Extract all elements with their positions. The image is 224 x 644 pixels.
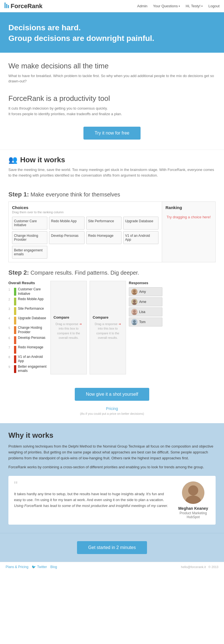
footer-left: Plans & Pricing 🐦 Twitter Blog [6, 565, 57, 569]
productivity-section: ForceRank is a productivity tool It cuts… [0, 90, 224, 120]
svg-rect-0 [4, 3, 6, 8]
twitter-icon: 🐦 [32, 565, 36, 569]
response-name: Tom [139, 320, 146, 324]
decisions-body: What to have for breakfast. Which proble… [8, 73, 216, 84]
now-shot-wrapper: Now give it a shot yourself [0, 380, 224, 403]
overall-results-panel: Overall Results 1 Customer Care Initiati… [8, 281, 48, 374]
ranking-panel: Ranking Try dragging a choice here! [162, 202, 215, 262]
admin-link[interactable]: Admin [137, 4, 148, 8]
result-bar [14, 326, 16, 334]
dropdown-caret-user: ▾ [201, 5, 203, 8]
try-now-button[interactable]: Try it now for free [83, 127, 141, 140]
how-title-row: 👥 How it works [8, 156, 216, 164]
blog-link[interactable]: Blog [50, 565, 57, 569]
result-row: 8 V1 of an Android App [8, 355, 48, 363]
testimonial-company: HubSpot [176, 515, 210, 519]
step2-grid: Overall Results 1 Customer Care Initiati… [8, 281, 216, 374]
quote-mark: " [14, 481, 172, 490]
step2-inner: Step 2: Compare results. Find patterns. … [0, 269, 224, 374]
logout-link[interactable]: Logout [208, 4, 220, 8]
hero-heading: Decisions are hard. Group decisions are … [8, 22, 216, 44]
testimonial-photo [182, 481, 204, 504]
testimonial-name: Meghan Keaney [176, 506, 210, 511]
choice-item[interactable]: Redo Homepage [86, 231, 122, 244]
step1-wrapper: Step 1: Make everyone think for themselv… [0, 191, 224, 262]
result-bar [14, 346, 16, 354]
choice-item[interactable]: V1 of an Android App [123, 231, 158, 244]
brand[interactable]: ForceRank [4, 3, 43, 10]
result-row: 6 Develop Personas [8, 336, 48, 344]
nav-links: Admin Your Questions ▾ Hi, Testy! ▾ Logo… [137, 4, 220, 8]
pricing-subtitle: (As if you could put a price on better d… [0, 412, 224, 423]
dropdown-caret: ▾ [179, 5, 180, 8]
svg-rect-1 [6, 4, 7, 8]
avatar-tom [131, 319, 137, 325]
result-row: 4 Upgrade Database [8, 316, 48, 325]
result-bar [14, 288, 16, 296]
result-bar [14, 307, 16, 315]
choice-item[interactable]: Develop Personas [49, 231, 84, 244]
result-row: 7 Redo Homepage [8, 345, 48, 354]
plans-pricing-link[interactable]: Plans & Pricing [6, 565, 28, 569]
pricing-link[interactable]: Pricing [106, 406, 118, 411]
choices-heading: Choices [12, 205, 158, 210]
response-item-tom[interactable]: Tom [129, 318, 162, 326]
result-row: 1 Customer Care Initiative [8, 287, 48, 296]
choice-item[interactable]: Upgrade Database [123, 217, 158, 230]
avatar-arne [131, 299, 137, 305]
response-item-amy[interactable]: Amy [129, 287, 162, 296]
navbar: ForceRank Admin Your Questions ▾ Hi, Tes… [0, 0, 224, 12]
response-item-lisa[interactable]: Lisa [129, 307, 162, 316]
choice-item[interactable]: Change Hosting Provider [12, 231, 47, 244]
compare-heading-1: Compare [53, 315, 84, 319]
result-bar [14, 336, 16, 344]
testimonial-card: " It takes hardly any time to setup, but… [8, 476, 216, 525]
result-bar [14, 298, 16, 305]
compare-2-text: Drag a response ➜ into this box to compa… [93, 322, 123, 340]
compare-1-text: Drag a response ➜ into this box to compa… [53, 322, 84, 340]
choice-item[interactable]: Site Performance [86, 217, 122, 230]
response-item-arne[interactable]: Arne [129, 297, 162, 306]
testimonial-person: Meghan Keaney Product Marketing HubSpot [176, 481, 210, 519]
hero-section: Decisions are hard. Group decisions are … [0, 12, 224, 53]
drag-arrow-icon-2: ➜ [118, 322, 121, 326]
compare-panel-2[interactable]: Compare Drag a response ➜ into this box … [90, 281, 126, 374]
step2-header: Step 2: Compare results. Find patterns. … [8, 269, 216, 276]
response-name: Arne [139, 300, 146, 304]
choices-grid: Customer Care Initiative Redo Mobile App… [12, 217, 158, 259]
decisions-heading: We make decisions all the time [8, 62, 216, 70]
user-dropdown[interactable]: Hi, Testy! ▾ [186, 4, 203, 8]
responses-panel: Responses Amy Arne L [129, 281, 162, 374]
why-section: Why it works Problem solving techniques … [0, 423, 224, 533]
testimonial-quote-italic: Using ForceRank has lead to some of the … [14, 504, 168, 508]
svg-point-7 [133, 300, 136, 303]
twitter-link[interactable]: 🐦 Twitter [32, 565, 47, 569]
choices-panel: Choices Drag them over to the ranking co… [9, 202, 162, 262]
drag-arrow-icon: ➜ [79, 322, 82, 326]
result-bar [14, 365, 16, 373]
result-bar [14, 355, 16, 363]
now-shot-button[interactable]: Now give it a shot yourself [75, 388, 150, 401]
drag-hint: Drag them over to the ranking column [12, 210, 158, 214]
pricing-link-wrapper: Pricing [0, 403, 224, 412]
compare-panel-1[interactable]: Compare Drag a response ➜ into this box … [50, 281, 87, 374]
ranking-heading: Ranking [165, 205, 212, 210]
choice-item[interactable]: Better engagement emails [12, 246, 47, 259]
choice-item[interactable]: Redo Mobile App [49, 217, 84, 230]
get-started-wrapper: Get started in 2 minutes [0, 533, 224, 562]
result-row: 2 Redo Mobile App [8, 297, 48, 305]
svg-point-13 [133, 320, 136, 323]
testimonial-title: Product Marketing [176, 511, 210, 515]
productivity-heading: ForceRank is a productivity tool [8, 94, 216, 103]
try-button-wrapper: Try it now for free [0, 120, 224, 150]
footer-right: hello@forcerank.it © 2013 [181, 565, 218, 569]
overall-heading: Overall Results [8, 281, 48, 285]
footer: Plans & Pricing 🐦 Twitter Blog hello@for… [0, 562, 224, 572]
your-questions-dropdown[interactable]: Your Questions ▾ [153, 4, 180, 8]
choice-item[interactable]: Customer Care Initiative [12, 217, 47, 230]
result-row: 9 Better engagement emails [8, 365, 48, 373]
get-started-button[interactable]: Get started in 2 minutes [77, 541, 147, 554]
result-row: 3 Site Performance [8, 307, 48, 315]
footer-copyright: © 2013 [208, 565, 218, 569]
step1-container: Choices Drag them over to the ranking co… [8, 201, 216, 262]
